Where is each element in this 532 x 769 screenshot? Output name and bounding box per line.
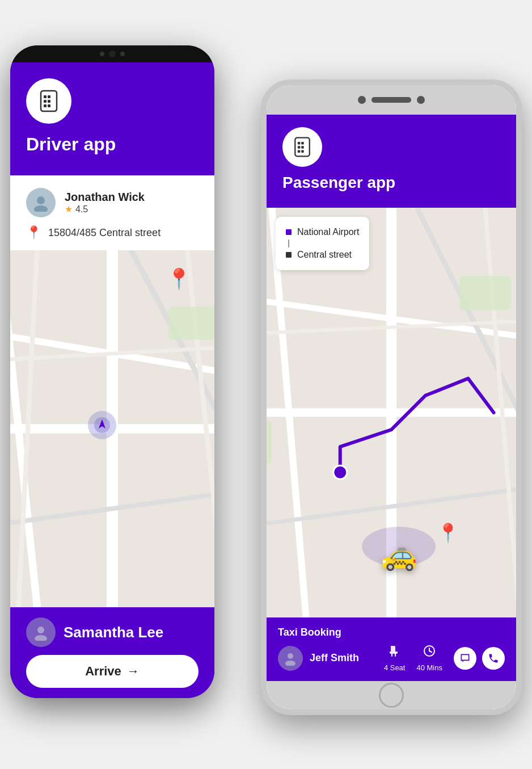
route-from-text: National Airport bbox=[297, 227, 359, 237]
svg-rect-32 bbox=[301, 150, 304, 153]
svg-rect-1 bbox=[44, 95, 47, 98]
driver-nav-indicator bbox=[88, 411, 116, 439]
driver-app-icon bbox=[26, 78, 71, 124]
taxi-driver-avatar bbox=[278, 646, 303, 671]
driver-passenger-row: Samantha Lee bbox=[26, 617, 199, 647]
taxi-stats: 4 Seat 40 Mins bbox=[384, 644, 442, 672]
star-icon: ★ bbox=[65, 204, 73, 215]
taxi-info-row: Jeff Smith bbox=[278, 644, 505, 672]
route-to-dot bbox=[286, 252, 292, 258]
driver-rating: ★ 4.5 bbox=[65, 204, 199, 215]
taxi-time-stat: 40 Mins bbox=[416, 644, 442, 672]
seat-count-label: 4 Seat bbox=[384, 663, 406, 672]
taxi-driver-row: Jeff Smith bbox=[278, 646, 359, 671]
passenger-phone: Passenger app bbox=[261, 79, 522, 715]
route-to-text: Central street bbox=[297, 250, 352, 260]
svg-rect-29 bbox=[298, 146, 301, 149]
taxi-actions bbox=[454, 647, 505, 670]
svg-rect-21 bbox=[168, 306, 214, 339]
chat-button[interactable] bbox=[454, 647, 476, 670]
svg-rect-5 bbox=[48, 100, 50, 103]
passenger-map: National Airport Central street 📍 🚕 bbox=[267, 208, 516, 617]
passenger-app-icon bbox=[282, 127, 322, 167]
driver-map: 📍 bbox=[10, 250, 214, 607]
svg-rect-30 bbox=[301, 146, 304, 149]
svg-rect-7 bbox=[48, 104, 50, 107]
driver-app-title: Driver app bbox=[26, 134, 199, 155]
clock-icon bbox=[423, 644, 436, 661]
passenger-header: Passenger app bbox=[267, 115, 516, 208]
svg-rect-2 bbox=[48, 95, 50, 98]
route-from-dot bbox=[286, 229, 292, 235]
svg-point-45 bbox=[288, 653, 293, 659]
taxi-booking-label: Taxi Booking bbox=[278, 627, 505, 638]
passenger-map-pin: 📍 bbox=[437, 522, 459, 544]
driver-address: 15804/485 Central street bbox=[48, 227, 161, 239]
driver-user-row: Jonathan Wick ★ 4.5 bbox=[26, 188, 199, 217]
route-card: National Airport Central street bbox=[276, 217, 369, 270]
driver-phone: Driver app Jonathan Wick ★ 4.5 bbox=[10, 45, 214, 698]
driver-passenger-avatar bbox=[26, 617, 56, 647]
passenger-booking-bottom: Taxi Booking Jeff Smith bbox=[267, 617, 516, 681]
svg-rect-6 bbox=[44, 104, 47, 107]
svg-point-44 bbox=[333, 465, 347, 479]
driver-passenger-name: Samantha Lee bbox=[64, 624, 163, 641]
svg-point-24 bbox=[37, 627, 44, 633]
driver-user-avatar bbox=[26, 188, 56, 217]
driver-arrive-label: Arrive bbox=[85, 664, 121, 679]
driver-bottom: Samantha Lee Arrive → bbox=[10, 607, 214, 698]
taxi-car-icon: 🚕 bbox=[381, 537, 417, 572]
driver-address-row: 📍 15804/485 Central street bbox=[26, 225, 199, 240]
svg-rect-43 bbox=[459, 276, 510, 310]
time-estimate-label: 40 Mins bbox=[416, 663, 442, 672]
svg-point-8 bbox=[37, 196, 45, 204]
seat-icon bbox=[388, 644, 402, 661]
route-connector bbox=[288, 239, 289, 247]
driver-user-info: Jonathan Wick ★ 4.5 bbox=[65, 191, 199, 215]
taxi-driver-name: Jeff Smith bbox=[310, 652, 359, 664]
svg-rect-4 bbox=[44, 100, 47, 103]
svg-point-25 bbox=[35, 635, 47, 641]
svg-rect-28 bbox=[301, 142, 304, 145]
passenger-status-bar bbox=[267, 85, 516, 115]
driver-header: Driver app bbox=[10, 62, 214, 175]
svg-point-9 bbox=[34, 205, 48, 212]
home-button[interactable] bbox=[379, 683, 404, 708]
driver-arrive-button[interactable]: Arrive → bbox=[26, 655, 199, 688]
svg-rect-31 bbox=[298, 150, 301, 153]
driver-info-section: Jonathan Wick ★ 4.5 📍 15804/485 Central … bbox=[10, 175, 214, 250]
svg-rect-42 bbox=[267, 421, 272, 464]
svg-rect-27 bbox=[298, 142, 301, 145]
arrive-arrow: → bbox=[127, 664, 140, 679]
taxi-seat-stat: 4 Seat bbox=[384, 644, 406, 672]
pin-icon: 📍 bbox=[26, 225, 41, 240]
route-from-item: National Airport bbox=[286, 225, 359, 239]
driver-status-bar bbox=[10, 45, 214, 62]
svg-point-46 bbox=[285, 661, 295, 666]
call-button[interactable] bbox=[482, 647, 505, 670]
iphone-home-indicator bbox=[267, 681, 516, 709]
svg-line-51 bbox=[429, 651, 432, 652]
route-to-item: Central street bbox=[286, 247, 359, 262]
passenger-app-title: Passenger app bbox=[282, 174, 500, 192]
driver-rating-value: 4.5 bbox=[75, 204, 88, 215]
driver-user-name: Jonathan Wick bbox=[65, 191, 199, 204]
driver-map-pin: 📍 bbox=[166, 267, 192, 291]
